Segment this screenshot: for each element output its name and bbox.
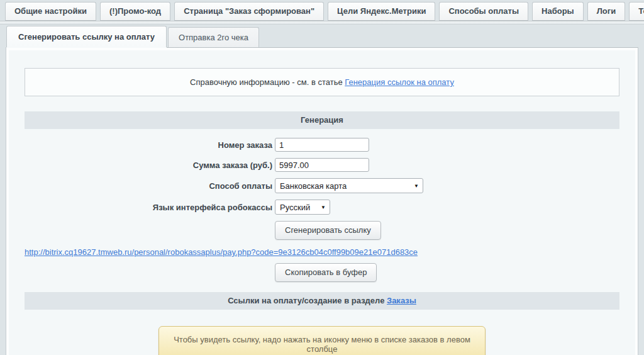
- chevron-down-icon: ▼: [414, 183, 419, 189]
- orders-section-link[interactable]: Заказы: [387, 296, 416, 305]
- tab-yandex-metrika-goals[interactable]: Цели Яндекс.Метрики: [328, 2, 435, 21]
- language-row: Язык интерфейса робокассы Русский ▼: [25, 200, 619, 215]
- payment-links-header-text: Ссылки на оплату/создание в разделе: [228, 296, 387, 305]
- order-sum-row: Сумма заказа (руб.): [25, 158, 619, 172]
- tab-general-settings[interactable]: Общие настройки: [5, 2, 96, 21]
- help-info-bar: Справочную информацию - см. в статье Ген…: [25, 68, 619, 96]
- generation-section-header: Генерация: [25, 111, 619, 129]
- order-sum-input[interactable]: [275, 158, 369, 172]
- tab-sets[interactable]: Наборы: [532, 2, 584, 21]
- tab-payment-methods[interactable]: Способы оплаты: [439, 2, 528, 21]
- orders-hint-note: Чтобы увидеть ссылку, надо нажать на ико…: [158, 326, 486, 355]
- pay-method-selected-value: Банковская карта: [280, 181, 347, 191]
- generated-link-row: http://bitrix.cq19627.tmweb.ru/personal/…: [25, 247, 619, 257]
- chevron-down-icon: ▼: [321, 205, 326, 210]
- copy-to-clipboard-button[interactable]: Скопировать в буфер: [275, 263, 377, 282]
- help-info-text: Справочную информацию - см. в статье: [190, 77, 345, 87]
- note-container: Чтобы увидеть ссылку, надо нажать на ико…: [25, 326, 619, 355]
- sub-tab-bar: Сгенерировать ссылку на оплату Отправка …: [0, 25, 644, 47]
- help-article-link[interactable]: Генерация ссылок на оплату: [345, 77, 454, 87]
- order-number-label: Номер заказа: [25, 140, 272, 150]
- pay-method-label: Способ оплаты: [25, 181, 272, 191]
- tab-promo-code[interactable]: (!)Промо-код: [100, 2, 170, 21]
- language-selected-value: Русский: [280, 203, 310, 212]
- tab-logs[interactable]: Логи: [587, 2, 625, 21]
- pay-method-row: Способ оплаты Банковская карта ▼: [25, 178, 619, 193]
- generate-button-row: Сгенерировать ссылку: [275, 221, 619, 240]
- tab-generate-payment-link[interactable]: Сгенерировать ссылку на оплату: [6, 26, 167, 47]
- language-label: Язык интерфейса робокассы: [25, 203, 272, 212]
- main-tab-bar: Общие настройки (!)Промо-код Страница "З…: [0, 0, 644, 21]
- language-select[interactable]: Русский ▼: [275, 200, 330, 215]
- pay-method-select[interactable]: Банковская карта ▼: [275, 178, 423, 193]
- generated-payment-link[interactable]: http://bitrix.cq19627.tmweb.ru/personal/…: [25, 247, 418, 257]
- robokassa-settings-page: Общие настройки (!)Промо-код Страница "З…: [0, 0, 644, 355]
- generate-link-button[interactable]: Сгенерировать ссылку: [275, 221, 381, 240]
- tab-tech-support[interactable]: Тех.поддержка: [629, 2, 644, 21]
- order-number-row: Номер заказа: [25, 138, 619, 152]
- payment-links-section-header: Ссылки на оплату/создание в разделе Зака…: [25, 292, 619, 310]
- tab-order-created-page[interactable]: Страница "Заказ сформирован": [174, 2, 324, 21]
- order-number-input[interactable]: [275, 138, 369, 152]
- order-sum-label: Сумма заказа (руб.): [25, 161, 272, 170]
- copy-button-row: Скопировать в буфер: [275, 263, 619, 282]
- tab-send-second-receipt[interactable]: Отправка 2го чека: [168, 27, 259, 47]
- tab-content-panel: Справочную информацию - см. в статье Ген…: [6, 47, 638, 355]
